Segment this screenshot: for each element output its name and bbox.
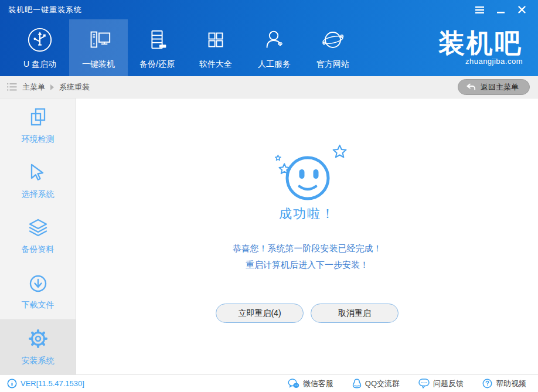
qq-icon	[352, 379, 362, 388]
sidebar-item-label: 下载文件	[22, 300, 55, 311]
footer-links: 微信客服 QQ交流群	[288, 379, 526, 389]
footer-link-label: 微信客服	[303, 379, 333, 389]
menu-icon[interactable]	[475, 5, 484, 15]
cursor-icon	[28, 162, 49, 183]
nav-item-label: 软件大全	[199, 59, 232, 70]
qq-group-link[interactable]: QQ交流群	[352, 379, 400, 389]
back-button-label: 返回主菜单	[481, 82, 519, 93]
nav-item-label: 一键装机	[82, 59, 115, 70]
layers-icon	[26, 219, 50, 238]
action-buttons: 立即重启(4) 取消重启	[216, 304, 399, 323]
nav-item-usb-boot[interactable]: U 盘启动	[11, 19, 69, 76]
message-line-1: 恭喜您！系统第一阶段安装已经完成！	[233, 240, 382, 257]
success-message: 恭喜您！系统第一阶段安装已经完成！ 重启计算机后进入下一步安装！	[233, 240, 382, 273]
sidebar-item-label: 安装系统	[22, 356, 55, 366]
success-smiley-icon	[263, 139, 351, 205]
logo-text: 装机吧	[438, 30, 523, 56]
sidebar-item-backup-data[interactable]: 备份资料	[0, 209, 76, 264]
breadcrumb-root[interactable]: 主菜单	[22, 82, 45, 93]
breadcrumb: 主菜单 系统重装 返回主菜单	[0, 76, 538, 98]
apps-grid-icon	[202, 26, 229, 54]
sidebar-item-label: 选择系统	[22, 189, 55, 200]
body-row: 环境检测 选择系统 备份资料	[0, 98, 538, 374]
title-bar: 装机吧一键重装系统	[0, 0, 538, 19]
sidebar-item-env-check[interactable]: 环境检测	[0, 98, 76, 154]
nav-item-label: 人工服务	[258, 59, 291, 70]
nav-item-backup-restore[interactable]: 备份/还原	[128, 19, 186, 76]
sidebar: 环境检测 选择系统 备份资料	[0, 98, 76, 374]
nav-item-label: 官方网站	[316, 59, 349, 70]
env-check-icon	[28, 107, 49, 128]
status-bar: VER[11.5.47.1530] 微信客服	[0, 374, 538, 392]
info-icon	[7, 379, 17, 388]
back-to-main-menu-button[interactable]: 返回主菜单	[458, 79, 530, 95]
version-info: VER[11.5.47.1530]	[7, 379, 84, 388]
header: 装机吧一键重装系统	[0, 0, 538, 76]
message-line-2: 重启计算机后进入下一步安装！	[233, 257, 382, 273]
close-icon[interactable]	[517, 5, 526, 15]
cancel-restart-button[interactable]: 取消重启	[311, 304, 399, 323]
brand-logo: 装机吧 zhuangjiba.com	[438, 19, 538, 76]
globe-icon	[319, 26, 346, 54]
feedback-link[interactable]: 问题反馈	[418, 379, 464, 389]
footer-link-label: 帮助视频	[496, 379, 526, 389]
wechat-support-link[interactable]: 微信客服	[288, 379, 333, 389]
logo-domain: zhuangjiba.com	[465, 57, 523, 66]
backup-restore-icon	[144, 26, 171, 54]
nav-item-one-key-install[interactable]: 一键装机	[69, 19, 128, 76]
nav-item-label: 备份/还原	[139, 59, 175, 70]
minimize-icon[interactable]	[496, 5, 505, 15]
list-icon	[7, 83, 17, 91]
footer-link-label: QQ交流群	[365, 379, 400, 389]
back-arrow-icon	[466, 83, 476, 91]
sidebar-item-download-files[interactable]: 下载文件	[0, 264, 76, 319]
download-icon	[28, 273, 49, 294]
breadcrumb-current: 系统重装	[59, 82, 90, 93]
nav-item-software[interactable]: 软件大全	[186, 19, 245, 76]
sidebar-item-label: 环境检测	[22, 134, 55, 145]
app-window: 装机吧一键重装系统	[0, 0, 538, 392]
help-video-link[interactable]: 帮助视频	[482, 379, 526, 389]
feedback-bubble-icon	[418, 379, 430, 388]
computer-icon	[85, 26, 112, 54]
nav-item-support[interactable]: 人工服务	[245, 19, 304, 76]
version-label: VER[11.5.47.1530]	[21, 379, 84, 388]
restart-now-button[interactable]: 立即重启(4)	[216, 304, 304, 323]
nav-item-website[interactable]: 官方网站	[304, 19, 362, 76]
main-nav: U 盘启动 一键装机	[0, 19, 538, 76]
nav-item-label: U 盘启动	[23, 59, 56, 70]
sidebar-item-select-os[interactable]: 选择系统	[0, 154, 76, 209]
breadcrumb-arrow-icon	[50, 84, 54, 90]
wechat-icon	[288, 379, 299, 388]
window-controls	[475, 5, 530, 15]
person-heart-icon	[261, 26, 288, 54]
success-headline: 成功啦！	[279, 205, 335, 223]
usb-icon	[26, 26, 53, 54]
help-icon	[482, 379, 492, 388]
main-content: 成功啦！ 恭喜您！系统第一阶段安装已经完成！ 重启计算机后进入下一步安装！ 立即…	[76, 98, 538, 374]
footer-link-label: 问题反馈	[433, 379, 464, 389]
window-title: 装机吧一键重装系统	[8, 5, 82, 15]
sidebar-item-label: 备份资料	[22, 244, 55, 255]
sidebar-item-install-system[interactable]: 安装系统	[0, 319, 76, 374]
gear-icon	[27, 328, 49, 350]
